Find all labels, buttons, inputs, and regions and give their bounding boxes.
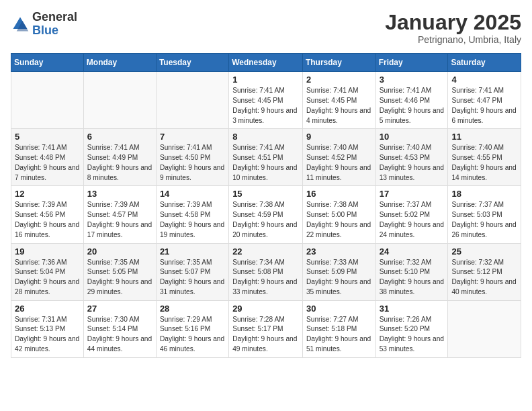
day-number: 12 (15, 189, 80, 199)
day-number: 26 (15, 304, 80, 314)
calendar-cell (156, 72, 228, 129)
day-number: 31 (380, 304, 445, 314)
day-number: 13 (87, 189, 152, 199)
calendar-cell (11, 72, 84, 129)
calendar-cell: 13Sunrise: 7:39 AMSunset: 4:57 PMDayligh… (83, 186, 156, 243)
day-info: Sunrise: 7:32 AMSunset: 5:10 PMDaylight:… (380, 258, 445, 298)
calendar-cell: 11Sunrise: 7:40 AMSunset: 4:55 PMDayligh… (448, 129, 521, 186)
calendar-cell: 22Sunrise: 7:34 AMSunset: 5:08 PMDayligh… (229, 243, 303, 300)
calendar-cell: 1Sunrise: 7:41 AMSunset: 4:45 PMDaylight… (229, 72, 303, 129)
weekday-header: Friday (375, 54, 448, 72)
calendar-cell: 5Sunrise: 7:41 AMSunset: 4:48 PMDaylight… (11, 129, 84, 186)
day-number: 4 (451, 75, 517, 85)
day-info: Sunrise: 7:41 AMSunset: 4:49 PMDaylight:… (87, 143, 152, 183)
weekday-header: Monday (83, 54, 156, 72)
logo-icon (11, 15, 30, 34)
calendar-cell: 29Sunrise: 7:28 AMSunset: 5:17 PMDayligh… (229, 300, 303, 357)
day-number: 27 (87, 304, 152, 314)
day-number: 8 (232, 132, 299, 142)
day-number: 19 (15, 246, 80, 257)
day-number: 17 (380, 189, 445, 199)
day-info: Sunrise: 7:34 AMSunset: 5:08 PMDaylight:… (232, 258, 299, 298)
day-number: 21 (160, 246, 225, 257)
day-info: Sunrise: 7:39 AMSunset: 4:57 PMDaylight:… (87, 200, 152, 240)
calendar-cell: 19Sunrise: 7:36 AMSunset: 5:04 PMDayligh… (11, 243, 84, 300)
day-info: Sunrise: 7:31 AMSunset: 5:13 PMDaylight:… (15, 315, 80, 355)
day-number: 2 (306, 75, 372, 85)
day-info: Sunrise: 7:33 AMSunset: 5:09 PMDaylight:… (306, 258, 372, 298)
calendar-week-row: 1Sunrise: 7:41 AMSunset: 4:45 PMDaylight… (11, 72, 521, 129)
day-number: 7 (160, 132, 225, 142)
day-number: 15 (232, 189, 299, 199)
day-number: 25 (451, 246, 517, 257)
day-info: Sunrise: 7:41 AMSunset: 4:48 PMDaylight:… (15, 143, 80, 183)
day-number: 11 (451, 132, 517, 142)
day-info: Sunrise: 7:27 AMSunset: 5:18 PMDaylight:… (306, 315, 372, 355)
calendar-cell: 23Sunrise: 7:33 AMSunset: 5:09 PMDayligh… (302, 243, 375, 300)
day-info: Sunrise: 7:41 AMSunset: 4:46 PMDaylight:… (380, 86, 445, 126)
day-info: Sunrise: 7:41 AMSunset: 4:45 PMDaylight:… (306, 86, 372, 126)
calendar-table: SundayMondayTuesdayWednesdayThursdayFrid… (11, 53, 521, 358)
calendar-cell: 31Sunrise: 7:26 AMSunset: 5:20 PMDayligh… (375, 300, 448, 357)
calendar-cell: 3Sunrise: 7:41 AMSunset: 4:46 PMDaylight… (375, 72, 448, 129)
day-info: Sunrise: 7:32 AMSunset: 5:12 PMDaylight:… (451, 258, 517, 298)
day-number: 24 (380, 246, 445, 257)
day-number: 10 (380, 132, 445, 142)
calendar-cell: 28Sunrise: 7:29 AMSunset: 5:16 PMDayligh… (156, 300, 228, 357)
day-info: Sunrise: 7:29 AMSunset: 5:16 PMDaylight:… (160, 315, 225, 355)
day-info: Sunrise: 7:37 AMSunset: 5:02 PMDaylight:… (380, 200, 445, 240)
day-number: 22 (232, 246, 299, 257)
day-number: 1 (232, 75, 299, 85)
calendar-cell: 24Sunrise: 7:32 AMSunset: 5:10 PMDayligh… (375, 243, 448, 300)
calendar-cell: 2Sunrise: 7:41 AMSunset: 4:45 PMDaylight… (302, 72, 375, 129)
calendar-subtitle: Petrignano, Umbria, Italy (385, 34, 521, 45)
day-info: Sunrise: 7:41 AMSunset: 4:45 PMDaylight:… (232, 86, 299, 126)
day-number: 30 (306, 304, 372, 314)
logo: General Blue (11, 11, 77, 38)
day-info: Sunrise: 7:40 AMSunset: 4:52 PMDaylight:… (306, 143, 372, 183)
day-number: 20 (87, 246, 152, 257)
calendar-cell (83, 72, 156, 129)
day-info: Sunrise: 7:40 AMSunset: 4:55 PMDaylight:… (451, 143, 517, 183)
calendar-cell: 27Sunrise: 7:30 AMSunset: 5:14 PMDayligh… (83, 300, 156, 357)
day-number: 3 (380, 75, 445, 85)
day-info: Sunrise: 7:38 AMSunset: 5:00 PMDaylight:… (306, 200, 372, 240)
day-info: Sunrise: 7:39 AMSunset: 4:58 PMDaylight:… (160, 200, 225, 240)
calendar-cell: 8Sunrise: 7:41 AMSunset: 4:51 PMDaylight… (229, 129, 303, 186)
day-info: Sunrise: 7:41 AMSunset: 4:47 PMDaylight:… (451, 86, 517, 126)
calendar-header-row: SundayMondayTuesdayWednesdayThursdayFrid… (11, 54, 521, 72)
day-number: 16 (306, 189, 372, 199)
day-number: 9 (306, 132, 372, 142)
calendar-week-row: 12Sunrise: 7:39 AMSunset: 4:56 PMDayligh… (11, 186, 521, 243)
day-number: 18 (451, 189, 517, 199)
day-number: 23 (306, 246, 372, 257)
day-info: Sunrise: 7:36 AMSunset: 5:04 PMDaylight:… (15, 258, 80, 298)
calendar-cell: 12Sunrise: 7:39 AMSunset: 4:56 PMDayligh… (11, 186, 84, 243)
calendar-cell: 17Sunrise: 7:37 AMSunset: 5:02 PMDayligh… (375, 186, 448, 243)
day-number: 6 (87, 132, 152, 142)
calendar-cell: 14Sunrise: 7:39 AMSunset: 4:58 PMDayligh… (156, 186, 228, 243)
day-info: Sunrise: 7:30 AMSunset: 5:14 PMDaylight:… (87, 315, 152, 355)
calendar-cell: 15Sunrise: 7:38 AMSunset: 4:59 PMDayligh… (229, 186, 303, 243)
day-info: Sunrise: 7:28 AMSunset: 5:17 PMDaylight:… (232, 315, 299, 355)
weekday-header: Thursday (302, 54, 375, 72)
calendar-cell: 18Sunrise: 7:37 AMSunset: 5:03 PMDayligh… (448, 186, 521, 243)
calendar-cell (448, 300, 521, 357)
day-info: Sunrise: 7:41 AMSunset: 4:51 PMDaylight:… (232, 143, 299, 183)
calendar-week-row: 26Sunrise: 7:31 AMSunset: 5:13 PMDayligh… (11, 300, 521, 357)
day-info: Sunrise: 7:26 AMSunset: 5:20 PMDaylight:… (380, 315, 445, 355)
day-info: Sunrise: 7:35 AMSunset: 5:07 PMDaylight:… (160, 258, 225, 298)
weekday-header: Wednesday (229, 54, 303, 72)
logo-text: General Blue (32, 11, 77, 38)
day-number: 14 (160, 189, 225, 199)
day-number: 29 (232, 304, 299, 314)
calendar-cell: 10Sunrise: 7:40 AMSunset: 4:53 PMDayligh… (375, 129, 448, 186)
weekday-header: Saturday (448, 54, 521, 72)
calendar-week-row: 19Sunrise: 7:36 AMSunset: 5:04 PMDayligh… (11, 243, 521, 300)
day-info: Sunrise: 7:35 AMSunset: 5:05 PMDaylight:… (87, 258, 152, 298)
weekday-header: Tuesday (156, 54, 228, 72)
title-block: January 2025 Petrignano, Umbria, Italy (385, 11, 521, 45)
calendar-cell: 25Sunrise: 7:32 AMSunset: 5:12 PMDayligh… (448, 243, 521, 300)
calendar-cell: 16Sunrise: 7:38 AMSunset: 5:00 PMDayligh… (302, 186, 375, 243)
day-number: 28 (160, 304, 225, 314)
